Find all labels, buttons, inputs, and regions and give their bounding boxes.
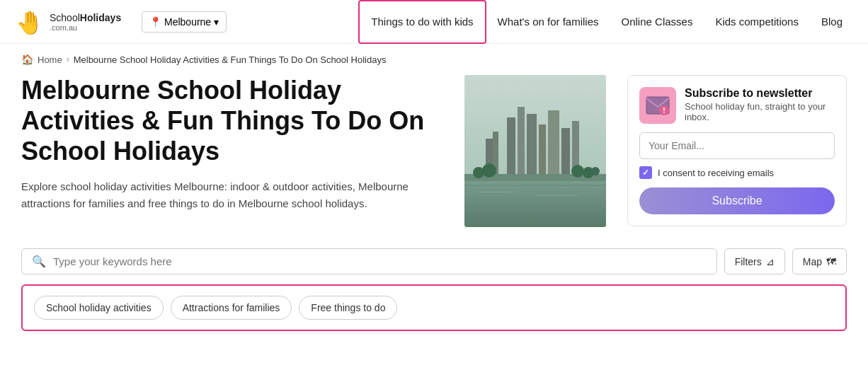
subscribe-button[interactable]: Subscribe bbox=[639, 187, 835, 214]
logo-icon: 🤚 bbox=[14, 6, 45, 37]
location-pin-icon: 📍 bbox=[149, 16, 161, 28]
newsletter-text: Subscribe to newsletter School holiday f… bbox=[685, 87, 835, 122]
consent-row: I consent to receiving emails bbox=[639, 166, 835, 179]
search-bar-row: 🔍 Filters ⊿ Map 🗺 bbox=[21, 248, 847, 274]
map-button[interactable]: Map 🗺 bbox=[792, 248, 847, 274]
svg-rect-20 bbox=[479, 192, 514, 192]
location-label: Melbourne bbox=[164, 16, 211, 28]
svg-rect-5 bbox=[507, 117, 515, 174]
svg-rect-9 bbox=[548, 110, 559, 174]
search-icon: 🔍 bbox=[32, 255, 46, 268]
location-button[interactable]: 📍 Melbourne ▾ bbox=[142, 11, 227, 33]
envelope-icon: ! bbox=[645, 93, 670, 118]
nav-item-things-to-do[interactable]: Things to do with kids bbox=[358, 0, 486, 44]
nav-item-blog[interactable]: Blog bbox=[810, 0, 854, 44]
logo-text: SchoolHolidays .com.au bbox=[50, 12, 121, 32]
svg-text:🤚: 🤚 bbox=[16, 9, 44, 36]
logo[interactable]: 🤚 SchoolHolidays .com.au bbox=[14, 6, 127, 37]
search-input[interactable] bbox=[53, 255, 707, 267]
svg-point-18 bbox=[591, 167, 600, 175]
logo-holidays: Holidays bbox=[80, 12, 121, 23]
home-icon: 🏠 bbox=[21, 54, 33, 65]
filter-tag-attractions[interactable]: Attractions for families bbox=[171, 296, 292, 320]
filters-button[interactable]: Filters ⊿ bbox=[724, 248, 785, 274]
breadcrumb-home[interactable]: Home bbox=[38, 54, 62, 65]
header: 🤚 SchoolHolidays .com.au 📍 Melbourne ▾ T… bbox=[0, 0, 868, 44]
newsletter-icon: ! bbox=[639, 87, 676, 124]
consent-checkbox[interactable] bbox=[639, 166, 652, 179]
email-input[interactable] bbox=[639, 132, 835, 159]
svg-rect-6 bbox=[518, 107, 525, 174]
nav-item-whats-on[interactable]: What's on for families bbox=[486, 0, 610, 44]
left-column: Melbourne School Holiday Activities & Fu… bbox=[21, 75, 606, 227]
city-illustration bbox=[464, 75, 606, 227]
newsletter-box: ! Subscribe to newsletter School holiday… bbox=[627, 75, 847, 226]
svg-rect-19 bbox=[464, 185, 606, 186]
svg-rect-21 bbox=[535, 195, 578, 196]
main-nav: Things to do with kids What's on for fam… bbox=[358, 0, 854, 44]
svg-rect-7 bbox=[527, 114, 537, 174]
breadcrumb-separator: › bbox=[67, 54, 69, 64]
newsletter-subtitle: School holiday fun, straight to your inb… bbox=[685, 101, 835, 122]
newsletter-header: ! Subscribe to newsletter School holiday… bbox=[639, 87, 835, 124]
page-title: Melbourne School Holiday Activities & Fu… bbox=[21, 75, 450, 167]
breadcrumb-current: Melbourne School Holiday Activities & Fu… bbox=[74, 54, 387, 65]
main-content: Melbourne School Holiday Activities & Fu… bbox=[0, 75, 868, 241]
nav-item-online-classes[interactable]: Online Classes bbox=[610, 0, 704, 44]
logo-domain: .com.au bbox=[50, 23, 121, 32]
page-description: Explore school holiday activities Melbou… bbox=[21, 178, 432, 212]
chevron-down-icon: ▾ bbox=[214, 16, 219, 28]
search-section: 🔍 Filters ⊿ Map 🗺 bbox=[0, 241, 868, 274]
filter-icon: ⊿ bbox=[766, 256, 775, 267]
sidebar: ! Subscribe to newsletter School holiday… bbox=[627, 75, 847, 227]
svg-rect-8 bbox=[539, 125, 546, 174]
filter-tag-free-things[interactable]: Free things to do bbox=[299, 296, 397, 320]
filter-tag-school-holiday[interactable]: School holiday activities bbox=[34, 296, 164, 320]
svg-text:!: ! bbox=[663, 107, 665, 115]
svg-rect-10 bbox=[561, 128, 570, 174]
map-label: Map bbox=[803, 256, 822, 267]
map-icon: 🗺 bbox=[826, 256, 836, 267]
filter-tags-container: School holiday activities Attractions fo… bbox=[21, 284, 847, 331]
search-bar: 🔍 bbox=[21, 248, 717, 274]
svg-point-16 bbox=[571, 165, 584, 178]
hero-image bbox=[464, 75, 606, 227]
consent-label: I consent to receiving emails bbox=[658, 168, 774, 178]
content-row: Melbourne School Holiday Activities & Fu… bbox=[21, 75, 606, 227]
logo-school: School bbox=[50, 12, 80, 23]
newsletter-title: Subscribe to newsletter bbox=[685, 87, 835, 100]
svg-point-15 bbox=[482, 163, 496, 178]
breadcrumb: 🏠 Home › Melbourne School Holiday Activi… bbox=[0, 44, 868, 75]
text-content: Melbourne School Holiday Activities & Fu… bbox=[21, 75, 450, 212]
nav-item-kids-competitions[interactable]: Kids competitions bbox=[704, 0, 810, 44]
filters-label: Filters bbox=[735, 256, 762, 267]
